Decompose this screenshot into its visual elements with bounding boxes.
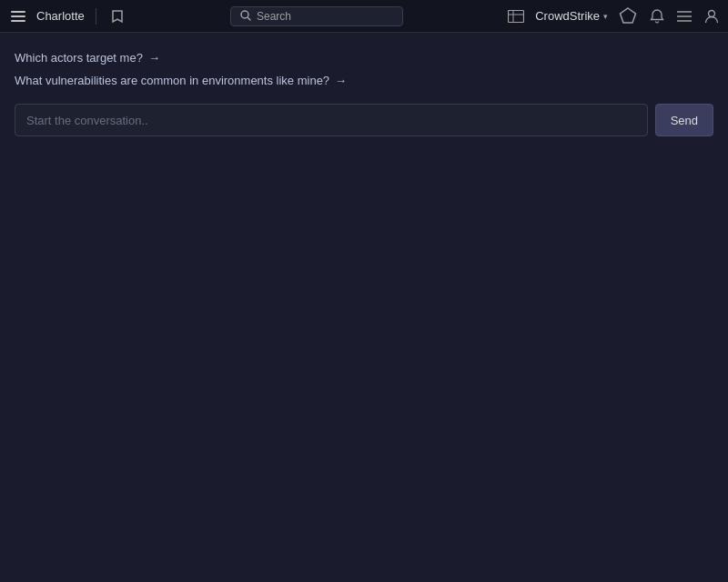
- arrow-icon-2: →: [335, 74, 347, 87]
- conversation-input[interactable]: [15, 104, 648, 136]
- nav-center: Search: [127, 6, 506, 26]
- apps-icon[interactable]: [675, 8, 693, 25]
- suggestion-text-1: Which actors target me?: [15, 51, 143, 65]
- svg-marker-5: [621, 8, 636, 23]
- svg-point-9: [709, 10, 715, 16]
- user-icon[interactable]: [703, 7, 721, 25]
- navbar: Charlotte Search: [0, 0, 728, 33]
- platform-icon[interactable]: [506, 8, 526, 25]
- chevron-down-icon: ▾: [603, 12, 608, 21]
- suggestion-link-2[interactable]: What vulnerabilities are common in envir…: [15, 74, 713, 87]
- nav-right: CrowdStrike ▾: [506, 5, 721, 27]
- crowdstrike-section[interactable]: CrowdStrike ▾: [535, 9, 608, 23]
- suggestion-link-1[interactable]: Which actors target me? →: [15, 51, 713, 65]
- svg-rect-2: [509, 10, 524, 22]
- suggestion-text-2: What vulnerabilities are common in envir…: [15, 74, 329, 87]
- nav-left: Charlotte: [7, 5, 127, 27]
- input-row: Send: [15, 104, 713, 136]
- search-label: Search: [257, 10, 291, 23]
- main-content: Which actors target me? → What vulnerabi…: [0, 33, 728, 151]
- search-bar[interactable]: Search: [230, 6, 403, 26]
- svg-point-0: [241, 11, 248, 18]
- crowdstrike-label: CrowdStrike: [535, 9, 600, 23]
- crowdstrike-pentagon-icon[interactable]: [617, 5, 639, 27]
- bookmark-icon[interactable]: [107, 5, 127, 27]
- app-title: Charlotte: [36, 9, 85, 23]
- hamburger-icon[interactable]: [7, 7, 29, 25]
- search-icon: [240, 10, 251, 23]
- nav-divider: [96, 8, 96, 25]
- send-button[interactable]: Send: [655, 104, 713, 136]
- arrow-icon-1: →: [148, 51, 160, 65]
- notification-icon[interactable]: [648, 7, 666, 25]
- svg-line-1: [248, 17, 250, 20]
